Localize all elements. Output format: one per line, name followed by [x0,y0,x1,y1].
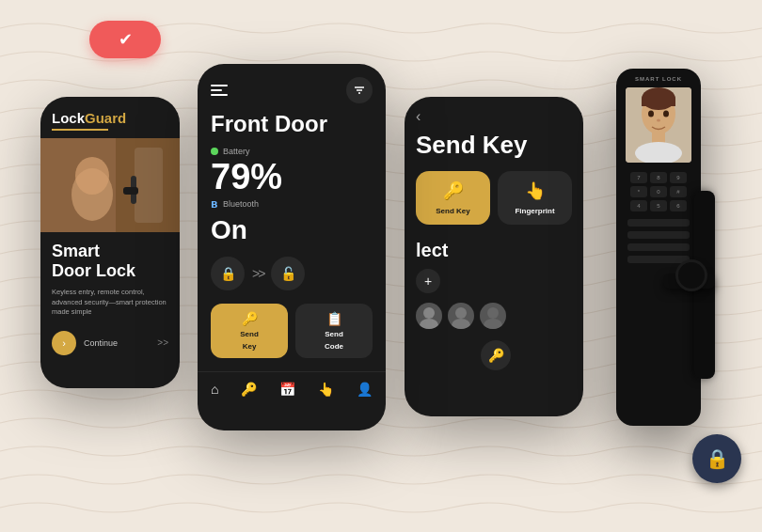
p3-bottom: lect + 🔑 [405,234,583,376]
key-9[interactable]: 9 [670,172,687,183]
key-5[interactable]: 5 [650,200,667,211]
phone-sendkey: ‹ Send Key 🔑 Send Key 👆 Fingerprint lect… [405,97,583,416]
code-icon: 📋 [326,311,342,326]
key-0[interactable]: 0 [650,186,667,197]
scene: LockGuard Smart Door Lock Ke [14,12,748,520]
sl-button-4[interactable] [627,256,690,263]
send-code-label2: Code [325,342,343,351]
send-code-label: Send [325,330,343,338]
sl-keypad: 7 8 9 * 0 # 4 5 6 [623,172,694,211]
svg-point-23 [657,119,660,122]
svg-rect-3 [135,148,163,223]
battery-percent: 79% [198,158,386,197]
p2-header [198,64,386,111]
key-star[interactable]: * [630,186,647,197]
svg-point-14 [452,319,470,329]
door-knob [678,262,705,289]
lock-icon: 🔒 [706,447,729,470]
send-code-button[interactable]: 📋 Send Code [295,304,373,358]
sl-button-3[interactable] [627,243,690,251]
battery-status: Battery [198,147,386,156]
fingerprint-option[interactable]: 👆 Fingerprint [498,171,572,225]
main-title: Smart Door Lock [52,242,168,280]
lock-button[interactable]: 🔒 [211,257,245,290]
bluetooth-status: 𝗕 Bluetooth [198,197,386,215]
smart-lock-device: SMART LOCK [607,69,720,463]
send-key-option-label: Send Key [436,207,469,215]
sendkey-title: Send Key [405,131,583,171]
phone-lockguard: LockGuard Smart Door Lock Ke [40,97,180,388]
svg-point-22 [663,111,669,117]
bluetooth-icon: 𝗕 [211,199,218,210]
main-subtitle: Keyless entry, remote control, advanced … [52,288,168,318]
bluetooth-label: Bluetooth [223,199,259,209]
fingerprint-option-icon: 👆 [525,180,546,201]
send-key-label2: Key [243,342,257,351]
continue-label: Continue [84,338,118,348]
contact-avatar-2 [448,303,474,329]
smart-lock-label: SMART LOCK [635,76,682,82]
add-contact-button[interactable]: + [416,269,440,293]
key-7[interactable]: 7 [630,172,647,183]
verified-badge: ✔ [89,21,161,58]
bottom-nav: ⌂ 🔑 📅 👆 👤 [198,371,386,406]
unlock-button[interactable]: 🔓 [271,257,305,290]
nav-calendar[interactable]: 📅 [279,382,295,397]
svg-point-21 [648,111,654,117]
door-image [40,138,180,232]
send-key-option[interactable]: 🔑 Send Key [416,171,490,225]
key-icon: 🔑 [242,311,258,326]
key-option-icon: 🔑 [443,180,464,201]
svg-point-7 [75,157,109,195]
contact-avatar-3 [480,303,506,329]
svg-point-13 [455,307,467,319]
battery-label: Battery [223,147,250,156]
p1-header: LockGuard [40,97,180,138]
p1-content: Smart Door Lock Keyless entry, remote co… [40,232,180,365]
svg-point-15 [487,307,499,319]
nav-key[interactable]: 🔑 [241,382,257,397]
fingerprint-option-label: Fingerprint [515,207,554,215]
key-options: 🔑 Send Key 👆 Fingerprint [405,171,583,234]
app-logo: LockGuard [52,110,168,126]
svg-point-16 [484,319,502,329]
arrow-label: >> [157,337,168,348]
key-8[interactable]: 8 [650,172,667,183]
key-6[interactable]: 6 [670,200,687,211]
logo-lock: Lock [52,110,85,126]
key-hash[interactable]: # [670,186,687,197]
svg-point-12 [420,319,438,329]
logo-underline [52,129,108,131]
contact-avatar-1 [416,303,442,329]
sl-button-2[interactable] [627,231,690,239]
nav-home[interactable]: ⌂ [211,382,218,397]
send-key-label: Send [240,330,259,338]
p1-footer: › Continue >> [52,331,168,355]
nav-profile[interactable]: 👤 [357,382,373,397]
svg-rect-20 [642,99,675,106]
logo-guard: Guard [85,110,126,126]
contacts-list [416,303,572,329]
frontdoor-title: Front Door [198,111,386,147]
bluetooth-value: On [198,215,386,257]
lock-controls: 🔒 >> 🔓 [198,257,386,290]
send-button[interactable]: 🔑 [481,340,511,370]
sl-camera-screen [626,87,691,163]
action-buttons: 🔑 Send Key 📋 Send Code [198,304,386,358]
sl-button-1[interactable] [627,219,690,227]
filter-button[interactable] [346,77,373,103]
continue-icon-btn[interactable]: › [52,331,76,355]
svg-rect-5 [123,187,138,195]
sl-side-buttons [616,219,701,263]
section-label: lect [416,240,572,261]
key-4[interactable]: 4 [630,200,647,211]
nav-fingerprint[interactable]: 👆 [318,382,334,397]
sl-main-body: SMART LOCK [616,69,701,426]
svg-point-11 [423,307,435,319]
check-icon: ✔ [119,29,133,50]
lock-badge: 🔒 [692,434,741,483]
send-key-button[interactable]: 🔑 Send Key [211,304,288,358]
menu-icon[interactable] [211,85,228,96]
back-button[interactable]: ‹ [405,97,583,131]
phone-frontdoor: Front Door Battery 79% 𝗕 Bluetooth On 🔒 … [198,64,386,430]
